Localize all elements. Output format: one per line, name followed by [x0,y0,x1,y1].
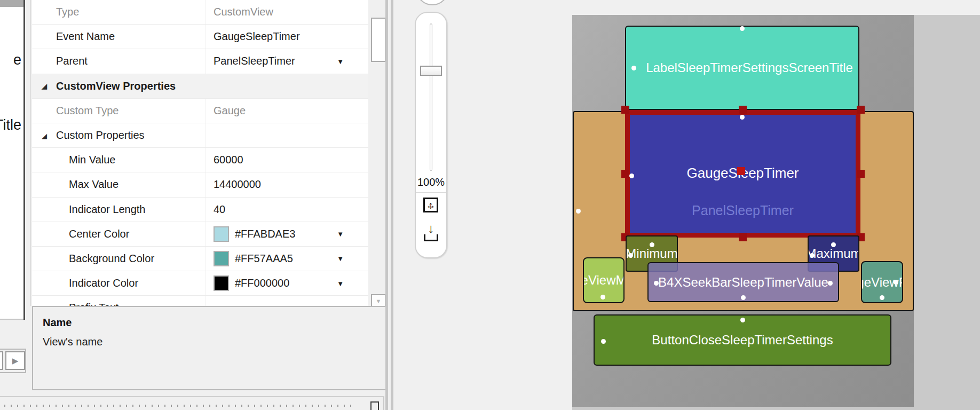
section-title: Custom Properties [32,129,206,141]
toolbar-button-clipped[interactable] [0,351,3,370]
property-section-header[interactable]: ◢ Custom Properties [32,123,368,148]
expander-icon[interactable]: ◢ [42,131,47,139]
property-section-header[interactable]: ◢ CustomView Properties [32,74,368,99]
property-value[interactable]: #FF000000 [206,271,368,295]
property-value[interactable]: PanelSleepTimer [206,49,368,73]
anchor-dot [741,295,746,300]
view-label-title[interactable]: LabelSleepTimerSettingsScreenTitle [625,26,859,110]
property-row[interactable]: Type CustomView [32,0,368,25]
property-label: Event Name [32,30,206,43]
expand-button[interactable]: ▶ [5,351,25,370]
resize-handle-s[interactable] [739,233,747,241]
property-row[interactable]: Min Value 60000 [32,148,368,172]
anchor-dot [740,115,745,120]
play-icon: ▶ [12,356,19,366]
color-swatch[interactable] [214,275,229,291]
property-value[interactable]: 14400000 [206,172,368,196]
anchor-dot [828,281,833,286]
tree-item-clipped[interactable]: Title [0,117,21,133]
tree-item-clipped[interactable]: e [13,52,21,68]
fit-to-screen-button[interactable]: ↔ ↕ [423,198,438,212]
panel-splitter[interactable] [23,0,25,320]
property-label: Indicator Color [32,277,206,289]
zoom-level: 100% [416,176,446,188]
property-label: Min Value [32,154,206,166]
property-value[interactable]: #FFABDAE3 [206,222,368,246]
views-tree-panel: e Title [0,0,23,320]
chevron-down-icon[interactable]: ▼ [337,255,344,263]
arrow-down-icon: ↓ [424,222,438,235]
anchor-dot [600,295,605,299]
property-label: Type [32,6,206,18]
arrow-vertical-icon: ↕ [425,199,437,211]
property-row[interactable]: Background Color #FF57AAA5 ▼ [32,247,368,271]
property-value[interactable] [206,296,368,306]
chevron-down-icon[interactable]: ▼ [337,230,344,238]
property-row[interactable]: Parent PanelSleepTimer ▼ [32,49,368,74]
property-label: Center Color [32,228,206,240]
divider [0,319,23,320]
zoom-slider-thumb[interactable] [420,66,442,76]
resize-handle-w[interactable] [621,170,629,178]
panel-splitter[interactable] [385,0,388,410]
property-row[interactable]: Indicator Color #FF000000 ▼ [32,271,368,296]
view-label: eViewM [583,273,625,288]
section-title: CustomView Properties [32,80,206,92]
property-value [206,123,368,147]
anchor-dot [628,253,633,258]
property-help-panel: Name View's name [32,306,387,390]
property-row[interactable]: Indicator Length 40 [32,198,368,222]
resize-handle-e[interactable] [857,170,865,178]
property-row[interactable]: Custom Type Gauge [32,99,368,123]
window-grip-icon [370,401,379,410]
property-value[interactable]: GaugeSleepTimer [206,25,368,49]
anchor-dot [880,295,884,300]
move-handle-center[interactable] [737,167,745,175]
divider [30,0,31,306]
anchor-dot [740,318,745,322]
color-swatch[interactable] [214,251,229,266]
property-row[interactable]: Center Color #FFABDAE3 ▼ [32,222,368,247]
anchor-dot [629,174,634,178]
toolbar-button-clipped[interactable] [416,0,449,5]
view-label: LabelSleepTimerSettingsScreenTitle [646,60,853,75]
bottom-resize-strip[interactable] [0,396,384,410]
tree-panel-header [0,0,23,7]
zoom-slider[interactable] [430,23,432,171]
resize-handle-nw[interactable] [621,106,629,114]
view-label: PanelSleepTimer [625,203,860,218]
chevron-down-icon[interactable]: ▼ [337,279,344,287]
property-row[interactable]: Event Name GaugeSleepTimer [32,25,368,49]
property-row[interactable]: Max Value 14400000 [32,172,368,197]
resize-handle-ne[interactable] [857,106,865,114]
view-label: Minimum [626,246,677,261]
property-value[interactable]: Gauge [206,99,368,123]
anchor-dot [740,26,745,31]
designer-window: e Title ▶ Type CustomView Event Name Gau… [0,0,980,410]
property-label: Background Color [32,253,206,265]
anchor-dot [576,209,581,214]
anchor-dot [654,281,659,286]
anchor-dot [601,339,606,344]
property-value[interactable]: 40 [206,198,368,222]
anchor-dot [894,280,898,285]
panel-splitter[interactable] [391,0,393,410]
resize-handle-n[interactable] [739,106,747,114]
property-value[interactable]: 60000 [206,148,368,172]
property-row[interactable]: Prefix Text [32,296,368,306]
property-label: Parent [32,55,206,67]
scrollbar-thumb[interactable] [371,18,386,62]
help-title: Name [43,317,72,329]
color-swatch[interactable] [214,226,229,242]
property-label: Max Value [32,178,206,191]
property-label: Indicator Length [32,203,206,216]
chevron-down-icon[interactable]: ▼ [337,57,344,65]
design-canvas[interactable]: LabelSleepTimerSettingsScreenTitle Gauge… [572,15,914,407]
property-value[interactable]: CustomView [206,0,368,24]
property-value[interactable]: #FF57AAA5 [206,247,368,271]
dotted-grip [4,405,351,407]
import-button[interactable]: ↓ [424,225,438,241]
expander-icon[interactable]: ◢ [42,82,47,90]
anchor-dot [810,253,815,258]
anchor-dot [831,242,836,247]
